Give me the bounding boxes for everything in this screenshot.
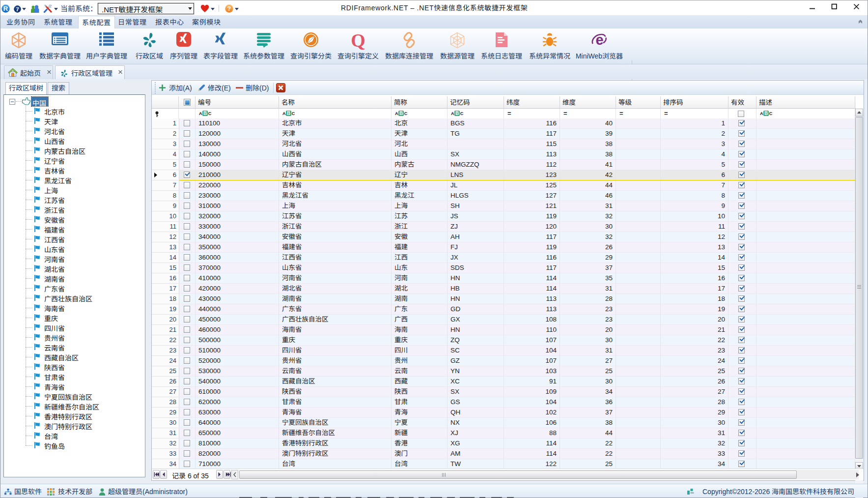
svg-text:e: e bbox=[595, 32, 603, 48]
svg-text:7: 7 bbox=[16, 6, 19, 12]
svg-text:?: ? bbox=[227, 5, 231, 12]
svg-text:Q: Q bbox=[351, 32, 365, 50]
svg-text:R: R bbox=[3, 5, 8, 12]
